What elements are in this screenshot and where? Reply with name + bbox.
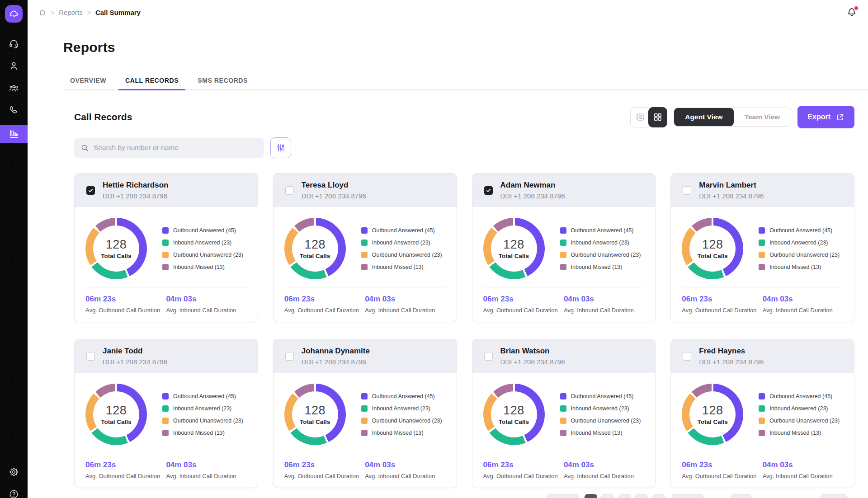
pagination-page-button[interactable] [618, 494, 631, 498]
sidebar-item-help[interactable] [0, 483, 28, 498]
agent-card-header: Marvin Lambert DDI +1 208 234 8796 [671, 174, 854, 207]
search-input[interactable] [94, 144, 258, 152]
home-icon[interactable] [38, 9, 46, 16]
tab-call-records[interactable]: CALL RECORDS [118, 72, 185, 90]
team-icon [9, 83, 19, 93]
agent-select-checkbox[interactable] [484, 352, 493, 361]
legend-swatch [361, 430, 368, 436]
sidebar-item-contacts[interactable] [0, 55, 28, 77]
donut-total-value: 128 [304, 404, 326, 418]
legend-swatch [759, 264, 765, 270]
outbound-duration-label: Avg. Outbound Call Duration [483, 473, 564, 479]
inbound-duration: 04m 03s Avg. Inbound Call Duration [166, 295, 246, 314]
legend-item: Inbound Missed (13) [162, 430, 243, 436]
inbound-duration: 04m 03s Avg. Inbound Call Duration [166, 460, 246, 479]
sidebar-item-reports[interactable] [0, 125, 28, 143]
agent-ddi: DDI +1 208 234 8796 [500, 192, 565, 200]
tab-overview[interactable]: OVERVIEW [63, 72, 113, 90]
agent-select-checkbox[interactable] [86, 352, 95, 361]
agent-card-body: 128 Total Calls Outbound Answered (45)In… [472, 384, 656, 488]
legend-item: Outbound Answered (45) [560, 393, 641, 399]
outbound-duration: 06m 23s Avg. Outbound Call Duration [85, 295, 166, 314]
calls-donut-chart: 128 Total Calls [682, 218, 743, 279]
legend-label: Ourbound Unanswered (23) [571, 252, 641, 258]
agent-select-checkbox[interactable] [285, 186, 294, 195]
legend-label: Inbound Missed (13) [769, 430, 821, 436]
legend-swatch [560, 393, 566, 399]
legend-label: Ourbound Unanswered (23) [571, 418, 641, 424]
legend-swatch [759, 430, 765, 436]
sidebar-item-agents[interactable] [0, 33, 28, 55]
tab-sms-records[interactable]: SMS RECORDS [191, 72, 255, 90]
outbound-duration-value: 06m 23s [284, 295, 365, 304]
pagination-page-button[interactable] [601, 494, 614, 498]
legend-item: Ourbound Unanswered (23) [361, 252, 442, 258]
legend-item: Outbound Answered (45) [162, 227, 243, 234]
agent-view-button[interactable]: Agent View [674, 108, 733, 126]
agent-card: Marvin Lambert DDI +1 208 234 8796 128 T… [670, 173, 854, 322]
legend-label: Ourbound Unanswered (23) [372, 418, 442, 424]
agent-select-checkbox[interactable] [484, 186, 493, 195]
breadcrumb-reports[interactable]: Reports [59, 9, 83, 16]
agent-name: Adam Newman [500, 181, 565, 190]
grid-view-button[interactable] [648, 107, 667, 127]
legend-label: Inbound Missed (13) [372, 430, 424, 436]
legend-label: Inbound Answered (23) [173, 240, 231, 246]
pagination-page-button[interactable] [672, 494, 704, 498]
calls-donut-chart: 128 Total Calls [483, 218, 545, 279]
legend-label: Inbound Answered (23) [372, 240, 430, 246]
legend-swatch [162, 430, 169, 436]
pagination-page-button[interactable] [652, 494, 665, 498]
calls-donut-chart: 128 Total Calls [284, 218, 346, 279]
pagination-page-button[interactable] [585, 494, 597, 498]
pagination-next-button[interactable] [821, 494, 847, 498]
legend-swatch [759, 227, 765, 234]
legend-swatch [560, 405, 566, 412]
legend-label: Ourbound Unanswered (23) [372, 252, 442, 258]
sidebar-item-settings[interactable] [0, 461, 28, 483]
outbound-duration-value: 06m 23s [284, 460, 365, 470]
inbound-duration-value: 04m 03s [166, 295, 246, 304]
inbound-duration: 04m 03s Avg. Inbound Call Duration [564, 460, 644, 479]
donut-center: 128 Total Calls [292, 226, 338, 272]
pagination-page-button[interactable] [731, 494, 751, 498]
agent-card: Brian Watson DDI +1 208 234 8796 128 Tot… [472, 339, 656, 488]
legend-label: Outbound Answered (45) [769, 393, 832, 399]
legend-item: Inbound Missed (13) [759, 430, 840, 436]
pagination-prev-button[interactable] [547, 494, 579, 498]
breadcrumb-call-summary: Call Summary [95, 9, 141, 16]
legend-swatch [162, 405, 169, 412]
pagination-page-button[interactable] [635, 494, 648, 498]
agent-select-checkbox[interactable] [86, 186, 95, 195]
agent-card-header: Hettie Richardson DDI +1 208 234 8796 [75, 174, 258, 207]
agent-select-checkbox[interactable] [285, 352, 294, 361]
list-view-button[interactable] [630, 107, 649, 127]
donut-legend: Outbound Answered (45)Inbound Answered (… [162, 387, 243, 442]
app-logo[interactable] [5, 5, 23, 23]
legend-label: Inbound Missed (13) [173, 430, 225, 436]
sidebar-item-teams[interactable] [0, 77, 28, 99]
legend-item: Inbound Answered (23) [560, 405, 641, 412]
donut-total-label: Total Calls [101, 253, 131, 259]
inbound-duration-label: Avg. Inbound Call Duration [365, 307, 445, 314]
filter-button[interactable] [270, 137, 291, 158]
sidebar-nav [0, 33, 28, 143]
donut-center: 128 Total Calls [491, 391, 537, 437]
legend-swatch [162, 240, 169, 246]
outbound-duration-label: Avg. Outbound Call Duration [284, 473, 365, 479]
donut-legend: Outbound Answered (45)Inbound Answered (… [560, 387, 641, 442]
export-button[interactable]: Export [797, 106, 854, 128]
legend-swatch [361, 418, 368, 424]
agent-select-checkbox[interactable] [683, 352, 691, 361]
donut-total-label: Total Calls [101, 418, 131, 425]
legend-label: Inbound Answered (23) [769, 240, 828, 246]
donut-total-value: 128 [503, 404, 524, 418]
inbound-duration: 04m 03s Avg. Inbound Call Duration [365, 295, 445, 314]
agent-select-checkbox[interactable] [683, 186, 691, 195]
agent-team-toggle: Agent View Team View [674, 108, 791, 127]
team-view-button[interactable]: Team View [734, 108, 791, 126]
sidebar-item-calls[interactable] [0, 99, 28, 121]
legend-swatch [759, 418, 765, 424]
notifications-button[interactable] [846, 7, 858, 19]
calls-donut-chart: 128 Total Calls [85, 384, 147, 445]
